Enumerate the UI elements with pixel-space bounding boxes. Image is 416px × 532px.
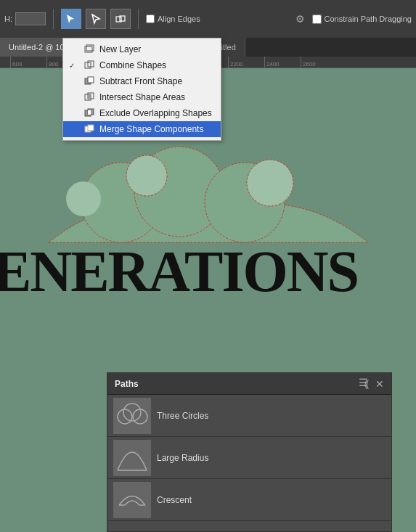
separator-2 (138, 9, 139, 29)
menu-item-subtract-front[interactable]: Subtract Front Shape (63, 73, 221, 89)
separator-1 (53, 9, 54, 29)
toolbar: H: Align Edges ⚙ Constrain Path Dragging (0, 0, 416, 38)
menu-item-new-layer[interactable]: New Layer (63, 41, 221, 57)
toolbar-left: H: (4, 12, 46, 25)
ruler-tick-2400: 2400 (264, 57, 301, 68)
paths-panel: Paths ⟪ ✕ ☰ Three Circles (107, 372, 392, 532)
menu-label-combine: Combine Shapes (99, 60, 166, 70)
align-edges-group: Align Edges (146, 15, 200, 23)
logo-svg (34, 141, 383, 250)
intersect-icon (83, 91, 95, 103)
combine-shapes-icon (83, 60, 95, 71)
path-select-button[interactable] (86, 9, 106, 29)
menu-label-merge: Merge Shape Components (99, 124, 203, 134)
merge-icon (83, 123, 95, 135)
menu-label-new-layer: New Layer (99, 44, 141, 54)
svg-point-5 (126, 155, 167, 196)
path-name-crescent: Crescent (157, 495, 192, 505)
paths-panel-header: Paths ⟪ ✕ (107, 373, 391, 395)
menu-check-combine: ✓ (69, 62, 79, 70)
menu-check-exclude (69, 110, 79, 118)
svg-rect-19 (88, 110, 91, 115)
constrain-label: Constrain Path Dragging (325, 15, 412, 23)
svg-point-6 (247, 160, 293, 206)
menu-item-exclude[interactable]: Exclude Overlapping Shapes (63, 105, 221, 121)
menu-item-combine-shapes[interactable]: ✓ Combine Shapes (63, 57, 221, 73)
menu-item-merge[interactable]: Merge Shape Components (63, 121, 221, 137)
subtract-icon (83, 75, 95, 87)
path-item-crescent[interactable]: Crescent (107, 479, 391, 521)
exclude-icon (83, 107, 95, 119)
menu-item-intersect[interactable]: Intersect Shape Areas (63, 89, 221, 105)
h-input[interactable] (15, 12, 46, 25)
h-label: H: (4, 15, 12, 23)
paths-list: Three Circles Large Radius (107, 395, 391, 521)
canvas-text-area: ENERATIONS (0, 242, 416, 300)
path-thumbnail-three-circles (113, 398, 151, 434)
paths-panel-title: Paths (115, 379, 139, 389)
svg-rect-13 (88, 77, 94, 83)
canvas-reco-text: RECO (0, 308, 416, 340)
ruler-tick-2600: 2600 (301, 57, 337, 68)
constrain-checkbox[interactable] (312, 15, 322, 24)
svg-point-7 (66, 181, 101, 216)
path-name-three-circles: Three Circles (157, 411, 208, 421)
new-layer-icon (83, 44, 95, 55)
path-thumbnail-large-radius (113, 440, 151, 476)
menu-check-merge (69, 126, 79, 134)
paths-close-btn[interactable]: ✕ (375, 378, 384, 390)
text-reco: RECO (0, 308, 416, 340)
menu-label-intersect: Intersect Shape Areas (99, 92, 185, 102)
menu-check-subtract (69, 78, 79, 86)
shape-mode-button[interactable] (110, 9, 131, 29)
path-thumbnail-crescent (113, 482, 151, 518)
svg-rect-16 (88, 94, 91, 99)
paths-menu-btn[interactable]: ☰ (359, 377, 368, 388)
ruler-tick-2200: 2200 (228, 57, 264, 68)
path-item-three-circles[interactable]: Three Circles (107, 395, 391, 437)
dropdown-menu: New Layer ✓ Combine Shapes Subtract Fron… (62, 38, 221, 141)
constrain-group: ⚙ Constrain Path Dragging (292, 10, 412, 28)
align-edges-checkbox[interactable] (146, 15, 155, 23)
logo-illustration (0, 141, 416, 250)
path-name-large-radius: Large Radius (157, 453, 208, 463)
align-edges-label: Align Edges (158, 15, 200, 23)
ruler-tick-600: 600 (10, 57, 46, 68)
menu-check-new-layer (69, 46, 79, 54)
gear-icon[interactable]: ⚙ (292, 10, 309, 28)
menu-check-intersect (69, 94, 79, 102)
menu-label-subtract: Subtract Front Shape (99, 76, 182, 86)
text-enerations: ENERATIONS (0, 242, 416, 300)
menu-label-exclude: Exclude Overlapping Shapes (99, 108, 212, 118)
path-tool-button[interactable] (61, 9, 81, 29)
path-item-large-radius[interactable]: Large Radius (107, 437, 391, 479)
svg-rect-21 (88, 125, 94, 131)
